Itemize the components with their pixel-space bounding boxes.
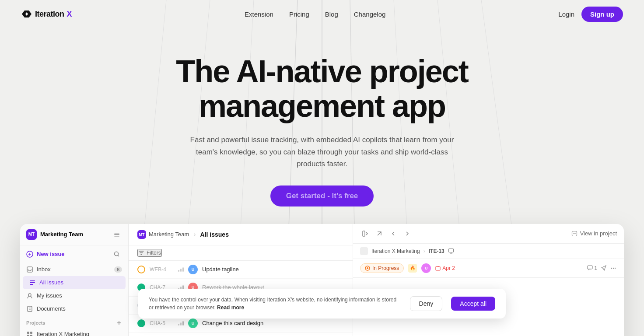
svg-rect-11: [114, 236, 119, 237]
cta-button[interactable]: Get started - It's free: [270, 186, 374, 206]
detail-actions: 1: [587, 265, 617, 272]
svg-rect-16: [30, 280, 35, 281]
svg-line-14: [118, 255, 119, 256]
detail-breadcrumb: View in project: [571, 230, 617, 237]
monitor-icon: [448, 248, 454, 254]
breadcrumb-separator: ›: [193, 231, 196, 238]
status-icon-inprogress: [137, 266, 145, 273]
nav-actions: Login Sign up: [558, 7, 623, 22]
signup-button[interactable]: Sign up: [581, 7, 623, 22]
detail-breadcrumb-row: Iteration X Marketing › ITE-13: [353, 244, 624, 259]
sidebar-item-inbox[interactable]: Inbox 8: [20, 263, 128, 276]
hero-headline: The AI-native project management app: [169, 54, 475, 123]
search-button[interactable]: [112, 249, 122, 259]
plus-icon: [26, 251, 33, 258]
status-pill[interactable]: In Progress: [360, 263, 404, 273]
svg-rect-37: [588, 266, 592, 269]
accept-button[interactable]: Accept all: [451, 297, 495, 311]
due-date: Apr 2: [435, 265, 455, 271]
issue-row[interactable]: WEB-4 U Update tagline: [129, 261, 353, 279]
status-dot-icon: [365, 266, 370, 271]
svg-rect-27: [363, 231, 365, 236]
team-name: Marketing Team: [40, 231, 83, 238]
main-header-team: MT Marketing Team: [137, 230, 189, 239]
sidebar-item-all-issues[interactable]: All issues: [23, 276, 126, 289]
add-project-icon[interactable]: [116, 320, 122, 326]
deny-button[interactable]: Deny: [410, 296, 443, 311]
svg-point-33: [367, 267, 368, 269]
comment-icon: [587, 265, 593, 271]
priority-badge[interactable]: 🔥: [408, 264, 417, 273]
collapse-button[interactable]: [360, 228, 371, 239]
all-issues-icon: [29, 279, 36, 286]
svg-point-38: [611, 268, 612, 269]
back-button[interactable]: [388, 228, 399, 239]
nav-pricing[interactable]: Pricing: [289, 10, 309, 18]
svg-rect-34: [436, 266, 440, 270]
cookie-text: You have the control over your data. Whe…: [149, 296, 401, 312]
nav-links: Extension Pricing Blog Changelog: [245, 10, 385, 18]
svg-rect-9: [114, 233, 119, 234]
assignee-avatar: U: [421, 263, 431, 273]
svg-point-39: [613, 268, 614, 269]
cookie-banner: You have the control over your data. Whe…: [138, 289, 506, 318]
svg-rect-10: [114, 234, 119, 235]
svg-point-19: [28, 294, 31, 296]
logo-text: Iteration: [35, 10, 64, 19]
priority-bars: [178, 321, 184, 326]
sidebar-team: MT Marketing Team: [26, 229, 83, 240]
user-avatar: U: [188, 318, 198, 328]
nav-blog[interactable]: Blog: [325, 10, 338, 18]
sidebar-header: MT Marketing Team: [20, 224, 128, 245]
filters-bar: Filters: [129, 245, 353, 261]
detail-view-project[interactable]: View in project: [580, 230, 617, 237]
detail-project-name: Iteration X Marketing: [371, 248, 420, 254]
app-preview-wrapper: MT Marketing Team New issue: [0, 224, 644, 336]
svg-rect-23: [27, 332, 29, 334]
sidebar-item-documents[interactable]: Documents: [20, 302, 128, 315]
hero-section: The AI-native project management app Fas…: [0, 28, 644, 224]
filter-icon: [138, 250, 144, 256]
forward-button[interactable]: [402, 228, 413, 239]
inbox-icon: [26, 266, 33, 273]
inbox-badge: 8: [114, 266, 122, 273]
team-avatar: MT: [26, 229, 37, 240]
main-header-breadcrumb: All issues: [200, 231, 229, 238]
detail-project-avatar: [360, 247, 368, 255]
svg-rect-24: [30, 332, 32, 334]
read-more-link[interactable]: Read more: [217, 304, 244, 311]
new-issue-button[interactable]: New issue: [20, 245, 128, 263]
main-content: MT Marketing Team › All issues Filters W…: [129, 224, 353, 336]
main-header: MT Marketing Team › All issues: [129, 224, 353, 245]
status-icon-done2: [137, 319, 145, 327]
sidebar-item-project[interactable]: Iteration X Marketing: [20, 328, 128, 336]
expand-button[interactable]: [374, 228, 385, 239]
svg-rect-29: [448, 248, 453, 252]
sidebar: MT Marketing Team New issue: [20, 224, 129, 336]
calendar-icon: [435, 266, 441, 271]
svg-rect-20: [28, 306, 32, 312]
nav-extension[interactable]: Extension: [245, 10, 273, 18]
logo-suffix: X: [67, 10, 72, 19]
nav-changelog[interactable]: Changelog: [354, 10, 386, 18]
project-icon: [26, 331, 33, 336]
svg-rect-18: [30, 284, 33, 285]
more-options-icon[interactable]: [610, 265, 617, 272]
main-team-avatar: MT: [137, 230, 146, 239]
project-link-icon: [571, 231, 578, 237]
user-avatar: U: [188, 265, 198, 274]
my-issues-icon: [26, 292, 33, 299]
login-button[interactable]: Login: [558, 10, 574, 18]
logo[interactable]: IterationX: [21, 10, 72, 19]
svg-point-13: [115, 252, 119, 256]
priority-bars: [178, 267, 184, 272]
send-icon[interactable]: [601, 265, 606, 271]
detail-issue-id: ITE-13: [429, 248, 444, 254]
svg-rect-15: [27, 267, 32, 272]
filters-button[interactable]: Filters: [137, 249, 162, 257]
detail-toolbar: View in project: [353, 224, 624, 244]
sidebar-toggle-icon[interactable]: [112, 229, 122, 240]
sidebar-item-my-issues[interactable]: My issues: [20, 289, 128, 302]
svg-point-40: [615, 268, 616, 269]
svg-rect-17: [30, 282, 35, 283]
